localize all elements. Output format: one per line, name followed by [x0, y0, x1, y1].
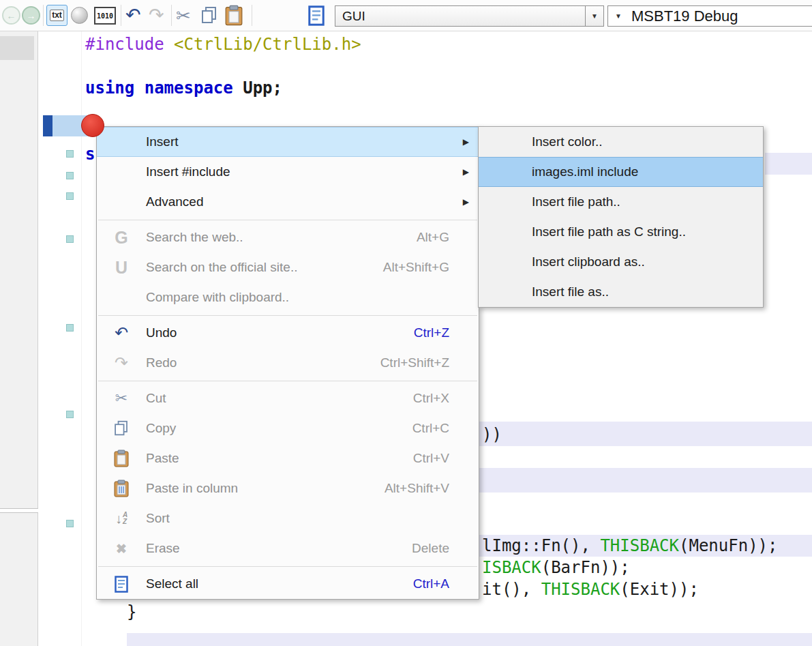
menu-item-redo[interactable]: ↷ Redo Ctrl+Shift+Z	[97, 348, 479, 378]
menu-item-search-official[interactable]: U Search on the official site.. Alt+Shif…	[97, 252, 479, 282]
edited-line-marker	[66, 150, 74, 158]
paste-column-icon	[114, 480, 129, 497]
edited-line-marker	[66, 324, 74, 332]
redo-icon: ↷	[115, 355, 128, 371]
menu-separator	[98, 566, 477, 567]
edited-line-marker	[66, 520, 74, 527]
menu-separator	[98, 315, 477, 316]
code-fragment[interactable]: ISBACK(BarFn));	[482, 557, 630, 578]
redo-button[interactable]: ↷	[149, 1, 164, 29]
menu-icon-cell: ✖	[97, 542, 146, 555]
menu-item-insert-include[interactable]: Insert #include ▶	[97, 157, 479, 187]
panel-header-block	[0, 36, 34, 60]
submenu-item-insert-clipboard-as[interactable]: Insert clipboard as..	[479, 247, 763, 277]
menu-icon-cell: ↓ AZ	[97, 511, 146, 527]
toolbar-separator	[252, 5, 252, 26]
build-method-value: MSBT19 Debug	[629, 8, 738, 25]
submenu-item-insert-color[interactable]: Insert color..	[479, 127, 763, 157]
menu-icon-cell: ↷	[97, 355, 146, 371]
edited-line-marker	[66, 235, 74, 243]
undo-icon: ↶	[115, 325, 128, 341]
paste-icon	[114, 450, 129, 467]
menu-separator	[98, 220, 477, 220]
select-all-button[interactable]	[308, 5, 325, 29]
code-fragment[interactable]: ))	[482, 424, 502, 445]
code-line-include[interactable]: #include <CtrlLib/CtrlLib.h>	[85, 33, 361, 55]
panel-splitter[interactable]	[0, 508, 38, 513]
submenu-item-insert-file-path[interactable]: Insert file path..	[479, 187, 763, 217]
menu-item-paste[interactable]: Paste Ctrl+V	[97, 443, 479, 473]
menu-item-copy[interactable]: Copy Ctrl+C	[97, 413, 479, 443]
block-highlight-band	[765, 153, 812, 175]
menu-icon-cell: ↶	[97, 325, 146, 341]
menu-icon-cell: U	[97, 259, 146, 276]
menu-item-select-all[interactable]: Select all Ctrl+A	[97, 569, 479, 599]
code-line-brace[interactable]: }	[127, 601, 136, 623]
select-all-icon	[115, 576, 128, 593]
code-fragment[interactable]: lImg::Fn(), THISBACK(MenuFn));	[482, 535, 777, 557]
menu-icon-cell: ✂	[97, 391, 146, 406]
insert-submenu: Insert color.. images.iml include Insert…	[478, 126, 764, 308]
menu-item-sort[interactable]: ↓ AZ Sort	[97, 503, 479, 533]
chevron-down-icon[interactable]: ▼	[585, 6, 603, 26]
submenu-item-insert-file-path-c-string[interactable]: Insert file path as C string..	[479, 217, 763, 247]
cut-icon: ✂	[176, 5, 191, 26]
breakpoint-marker[interactable]	[81, 114, 104, 137]
hex-mode-button[interactable]: 1010	[94, 7, 116, 25]
navigate-forward-button[interactable]: →	[22, 6, 40, 25]
text-mode-button[interactable]: txt	[46, 5, 67, 26]
redo-icon: ↷	[149, 5, 164, 25]
chevron-down-icon[interactable]: ▼	[608, 12, 629, 20]
menu-item-undo[interactable]: ↶ Undo Ctrl+Z	[97, 318, 479, 348]
upp-icon: U	[115, 259, 127, 276]
toolbar-separator	[121, 5, 121, 26]
edited-line-marker	[66, 411, 74, 418]
block-highlight-band	[479, 422, 812, 446]
package-combo-value: GUI	[335, 9, 585, 24]
cut-icon: ✂	[115, 391, 127, 406]
build-method-combo[interactable]: ▼ MSBT19 Debug	[607, 5, 812, 27]
designer-mode-icon[interactable]	[71, 7, 88, 24]
menu-item-advanced[interactable]: Advanced ▶	[97, 187, 479, 217]
menu-item-compare-clipboard[interactable]: Compare with clipboard..	[97, 282, 479, 312]
submenu-arrow-icon: ▶	[463, 137, 472, 147]
txt-icon: txt	[50, 10, 64, 21]
forward-arrow-icon: →	[27, 10, 36, 21]
navigate-back-button[interactable]: ←	[2, 6, 20, 25]
menu-icon-cell	[97, 450, 146, 467]
undo-button[interactable]: ↶	[125, 1, 141, 29]
submenu-item-insert-file-as[interactable]: Insert file as..	[479, 277, 763, 307]
ide-window: #include <CtrlLib/CtrlLib.h> using names…	[0, 0, 812, 646]
paste-icon	[225, 5, 243, 26]
document-icon	[308, 5, 325, 26]
main-toolbar: ← → txt 1010 ↶ ↷ ✂	[0, 0, 812, 31]
code-line-using[interactable]: using namespace Upp;	[85, 77, 282, 99]
edited-line-marker	[66, 172, 74, 179]
edited-line-marker	[66, 192, 74, 200]
sort-icon: ↓ AZ	[115, 511, 127, 527]
cut-button[interactable]: ✂	[176, 2, 191, 29]
menu-item-search-web[interactable]: G Search the web.. Alt+G	[97, 222, 479, 252]
google-icon: G	[115, 229, 127, 246]
menu-item-insert[interactable]: Insert ▶	[97, 127, 479, 157]
context-menu: Insert ▶ Insert #include ▶ Advanced ▶ G …	[96, 126, 479, 600]
submenu-item-images-iml-include[interactable]: images.iml include	[479, 157, 763, 187]
menu-icon-cell	[97, 420, 146, 437]
code-fragment[interactable]: it(), THISBACK(Exit));	[482, 578, 699, 600]
menu-item-erase[interactable]: ✖ Erase Delete	[97, 533, 479, 563]
current-line-gutter-mark	[43, 115, 52, 136]
copy-button[interactable]	[200, 6, 218, 27]
menu-separator	[98, 381, 477, 381]
submenu-arrow-icon: ▶	[463, 167, 472, 177]
menu-item-paste-in-column[interactable]: Paste in column Alt+Shift+V	[97, 473, 479, 503]
paste-button[interactable]	[225, 5, 243, 29]
package-combo[interactable]: GUI ▼	[335, 5, 604, 27]
menu-icon-cell: G	[97, 229, 146, 246]
submenu-arrow-icon: ▶	[463, 197, 472, 207]
code-line-struct[interactable]: s	[85, 143, 95, 165]
workspace-panel	[0, 31, 38, 646]
back-arrow-icon: ←	[7, 10, 16, 21]
copy-icon	[113, 420, 130, 437]
menu-item-cut[interactable]: ✂ Cut Ctrl+X	[97, 383, 479, 413]
binary-icon: 1010	[97, 12, 113, 20]
